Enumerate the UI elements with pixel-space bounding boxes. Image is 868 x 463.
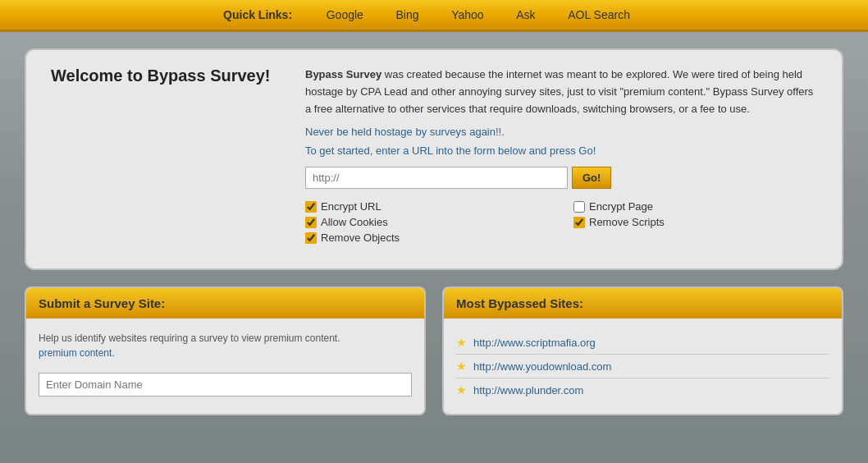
option-allow-cookies[interactable]: Allow Cookies (305, 216, 549, 228)
submit-desc-text: Help us identify websites requiring a su… (39, 332, 340, 344)
option-label-encrypt-url: Encrypt URL (321, 200, 381, 213)
bypassed-site-link-3[interactable]: http://www.plunder.com (473, 384, 583, 397)
checkbox-allow-cookies[interactable] (305, 217, 317, 228)
welcome-card: Welcome to Bypass Survey! Bypass Survey … (25, 48, 843, 270)
go-button[interactable]: Go! (572, 167, 611, 189)
welcome-desc: Bypass Survey was created because the in… (305, 66, 817, 117)
list-item: ★ http://www.plunder.com (456, 378, 829, 401)
bypassed-list: ★ http://www.scriptmafia.org ★ http://ww… (456, 331, 829, 401)
nav-link-aol[interactable]: AOL Search (568, 8, 630, 21)
option-encrypt-page[interactable]: Encrypt Page (573, 200, 817, 213)
star-icon: ★ (456, 360, 467, 373)
option-label-remove-objects: Remove Objects (321, 232, 400, 244)
bypassed-site-link-2[interactable]: http://www.youdownload.com (473, 360, 611, 373)
get-started-text: To get started, enter a URL into the for… (305, 144, 817, 157)
bottom-columns: Submit a Survey Site: Help us identify w… (25, 287, 843, 415)
checkbox-remove-objects[interactable] (305, 232, 317, 244)
welcome-left: Welcome to Bypass Survey! (51, 66, 281, 244)
nav-link-bing[interactable]: Bing (395, 8, 418, 21)
topbar: Quick Links: Google Bing Yahoo Ask AOL S… (0, 0, 868, 32)
option-remove-scripts[interactable]: Remove Scripts (573, 216, 817, 228)
main-content: Welcome to Bypass Survey! Bypass Survey … (0, 32, 868, 432)
welcome-desc-text: was created because the internet was mea… (305, 68, 813, 115)
nav-link-yahoo[interactable]: Yahoo (451, 8, 483, 21)
submit-card-body: Help us identify websites requiring a su… (26, 319, 424, 409)
list-item: ★ http://www.scriptmafia.org (456, 331, 829, 355)
bypassed-site-link-1[interactable]: http://www.scriptmafia.org (473, 337, 596, 349)
domain-input[interactable] (39, 373, 412, 397)
star-icon: ★ (456, 383, 467, 397)
options-grid: Encrypt URL Encrypt Page Allow Cookies R… (305, 200, 817, 244)
submit-card: Submit a Survey Site: Help us identify w… (25, 287, 426, 415)
option-label-allow-cookies: Allow Cookies (321, 216, 388, 228)
nav-link-google[interactable]: Google (327, 8, 363, 21)
checkbox-encrypt-url[interactable] (305, 201, 317, 213)
checkbox-remove-scripts[interactable] (573, 217, 585, 228)
checkbox-encrypt-page[interactable] (573, 201, 585, 213)
option-label-remove-scripts: Remove Scripts (589, 216, 665, 228)
nav-link-ask[interactable]: Ask (516, 8, 535, 21)
url-input[interactable] (305, 167, 568, 189)
welcome-title: Welcome to Bypass Survey! (51, 66, 281, 85)
bypassed-card: Most Bypassed Sites: ★ http://www.script… (442, 287, 843, 415)
submit-card-header: Submit a Survey Site: (26, 288, 424, 319)
bypassed-card-header: Most Bypassed Sites: (444, 288, 842, 319)
url-form: Go! (305, 167, 817, 189)
star-icon: ★ (456, 336, 467, 349)
option-encrypt-url[interactable]: Encrypt URL (305, 200, 549, 213)
list-item: ★ http://www.youdownload.com (456, 355, 829, 378)
option-label-encrypt-page: Encrypt Page (589, 200, 653, 213)
premium-content-link[interactable]: premium content (39, 347, 112, 359)
welcome-right: Bypass Survey was created because the in… (305, 66, 817, 244)
never-held-text: Never be held hostage by surveys again!!… (305, 126, 817, 138)
brand-name: Bypass Survey (305, 68, 381, 80)
bypassed-card-body: ★ http://www.scriptmafia.org ★ http://ww… (444, 319, 842, 414)
quicklinks-label: Quick Links: (223, 8, 292, 21)
option-remove-objects[interactable]: Remove Objects (305, 232, 549, 244)
submit-desc: Help us identify websites requiring a su… (39, 331, 412, 360)
